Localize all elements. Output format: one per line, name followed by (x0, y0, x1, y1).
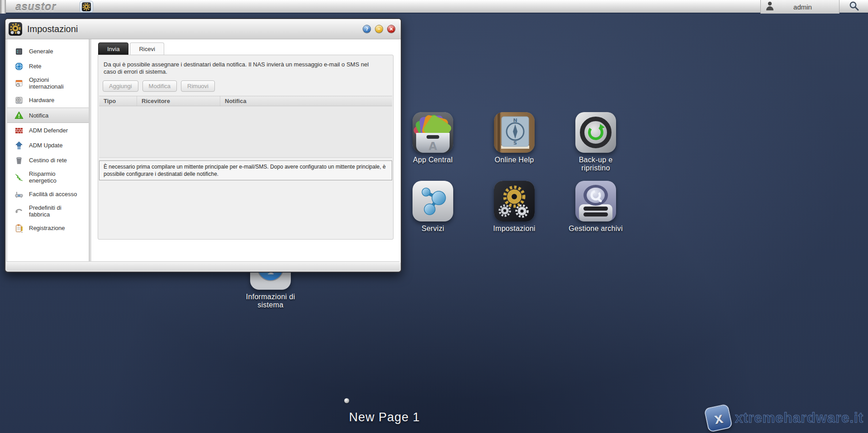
desktop-icon-label: Online Help (483, 156, 546, 164)
desktop-icon-online-help[interactable]: N S Online Help (494, 112, 535, 164)
sidebar-item-adm-defender[interactable]: ADM Defender (7, 123, 89, 138)
search-button[interactable] (840, 0, 868, 14)
gears-icon (82, 2, 91, 11)
globe-icon (14, 62, 24, 71)
tab-ricevi[interactable]: Ricevi (130, 42, 164, 55)
desktop-icon-backup[interactable]: Back-up e ripristino (575, 112, 616, 172)
xtremehardware-logo-icon: x (704, 404, 733, 433)
sidebar-item-risparmio-energetico[interactable]: Risparmio energetico (7, 168, 89, 187)
firewall-icon (14, 126, 24, 135)
sidebar-item-label: Facilità di accesso (29, 191, 83, 198)
page-name-label: New Page 1 (312, 410, 457, 424)
sidebar-item-hardware[interactable]: Hardware (7, 93, 89, 108)
desktop-icon-label: Servizi (401, 225, 465, 233)
table-body-empty (99, 106, 392, 158)
sidebar-item-generale[interactable]: Generale (7, 44, 89, 59)
notice-message: È necessario prima compilare un mittente… (99, 160, 392, 180)
taskbar-item-impostazioni[interactable] (80, 1, 93, 13)
desktop-icon-impostazioni[interactable]: Impostazioni (494, 181, 535, 233)
svg-text:N: N (513, 118, 517, 123)
user-icon (765, 1, 774, 13)
svg-text:S: S (513, 140, 517, 146)
router-icon (14, 190, 24, 199)
help-button[interactable]: ? (363, 25, 371, 33)
sidebar-item-opzioni-internazionali[interactable]: Opzioni internazionali (7, 74, 89, 93)
table-header-row: Tipo Ricevitore Notifica (99, 96, 392, 106)
sidebar-item-label: ADM Defender (29, 127, 83, 134)
minimize-button[interactable]: − (375, 25, 383, 33)
settings-content: Invia Ricevi Da qui è possibile assegnar… (91, 39, 401, 263)
desktop-icon-label: Informazioni di sistema (239, 293, 302, 309)
modifica-button[interactable]: Modifica (142, 80, 177, 92)
sidebar-item-notifica[interactable]: Notifica (7, 108, 89, 123)
gestione-archivi-icon (575, 181, 616, 221)
topbar: asustor admin (0, 0, 868, 14)
sidebar-item-label: Risparmio energetico (29, 170, 83, 184)
desktop-icon-label: Back-up e ripristino (564, 156, 627, 172)
trash-icon (14, 156, 24, 165)
desktop-icon-app-central[interactable]: A App Central (413, 112, 453, 164)
hard-disk-icon (14, 96, 24, 105)
desktop-icon-servizi[interactable]: Servizi (413, 181, 453, 233)
column-header-notifica[interactable]: Notifica (220, 96, 392, 106)
impostazioni-icon (494, 181, 535, 221)
username-label: admin (774, 3, 839, 11)
sidebar-item-adm-update[interactable]: ADM Update (7, 138, 89, 153)
desktop-icon-gestione-archivi[interactable]: Gestione archivi (575, 181, 616, 233)
window-title: Impostazioni (27, 19, 78, 39)
settings-sidebar: Generale Rete Opzioni internazionali Har… (7, 39, 90, 263)
search-icon (849, 0, 859, 13)
sidebar-item-cestino-di-rete[interactable]: Cestino di rete (7, 153, 89, 168)
action-buttons: Aggiungi Modifica Rimuovi (103, 80, 393, 92)
sidebar-item-label: ADM Update (29, 142, 83, 149)
calendar-clock-icon (14, 79, 24, 88)
server-icon (14, 47, 24, 56)
topbar-handle (0, 0, 6, 14)
user-menu[interactable]: admin (760, 0, 840, 14)
panel-description: Da qui è possibile assegnare i destinata… (104, 61, 379, 75)
app-central-icon: A (413, 112, 453, 153)
sidebar-item-label: Predefiniti di fabbrica (29, 204, 83, 218)
rimuovi-button[interactable]: Rimuovi (181, 80, 215, 92)
backup-restore-icon (575, 112, 616, 153)
watermark-text: xtremehardware.it (735, 410, 863, 426)
close-button[interactable]: ✕ (387, 25, 395, 33)
lightning-icon (14, 173, 24, 182)
sidebar-item-label: Opzioni internazionali (29, 76, 83, 90)
desktop-icon-label: Gestione archivi (564, 225, 627, 233)
tab-invia[interactable]: Invia (98, 42, 128, 55)
column-header-tipo[interactable]: Tipo (99, 96, 137, 106)
sidebar-item-label: Rete (29, 63, 83, 70)
page-indicator-dot[interactable] (344, 398, 349, 403)
column-header-ricevitore[interactable]: Ricevitore (137, 96, 220, 106)
warning-triangle-icon (14, 111, 24, 120)
sidebar-item-label: Cestino di rete (29, 157, 83, 164)
impostazioni-window: Impostazioni ? − ✕ Generale Rete Opzioni… (5, 18, 402, 273)
window-gears-icon (9, 22, 22, 36)
sidebar-item-registrazione[interactable]: Registrazione (7, 221, 89, 235)
recipients-table: Tipo Ricevitore Notifica (99, 96, 392, 158)
sidebar-item-label: Generale (29, 48, 83, 55)
asustor-logo: asustor (15, 0, 56, 14)
sidebar-item-facilita-di-accesso[interactable]: Facilità di accesso (7, 187, 89, 202)
clipboard-icon (14, 224, 24, 233)
online-help-icon: N S (494, 112, 535, 153)
desktop: { "topbar": { "logo": "asustor", "taskba… (0, 0, 868, 433)
sidebar-item-label: Hardware (29, 97, 83, 104)
tab-bar: Invia Ricevi (98, 42, 166, 55)
servizi-icon (413, 181, 453, 221)
undo-arrow-icon (14, 207, 24, 216)
window-footer (6, 261, 400, 271)
desktop-icon-label: App Central (401, 156, 465, 164)
up-arrow-icon (14, 141, 24, 150)
watermark: x xtremehardware.it (706, 406, 863, 430)
sidebar-item-predefiniti-di-fabbrica[interactable]: Predefiniti di fabbrica (7, 202, 89, 221)
desktop-icon-label: Impostazioni (483, 225, 546, 233)
window-titlebar[interactable]: Impostazioni ? − ✕ (5, 19, 401, 39)
svg-text:A: A (429, 140, 437, 153)
ricevi-panel: Da qui è possibile assegnare i destinata… (98, 55, 394, 240)
aggiungi-button[interactable]: Aggiungi (103, 80, 138, 92)
sidebar-item-rete[interactable]: Rete (7, 59, 89, 74)
sidebar-item-label: Registrazione (29, 225, 83, 231)
sidebar-item-label: Notifica (29, 112, 83, 119)
